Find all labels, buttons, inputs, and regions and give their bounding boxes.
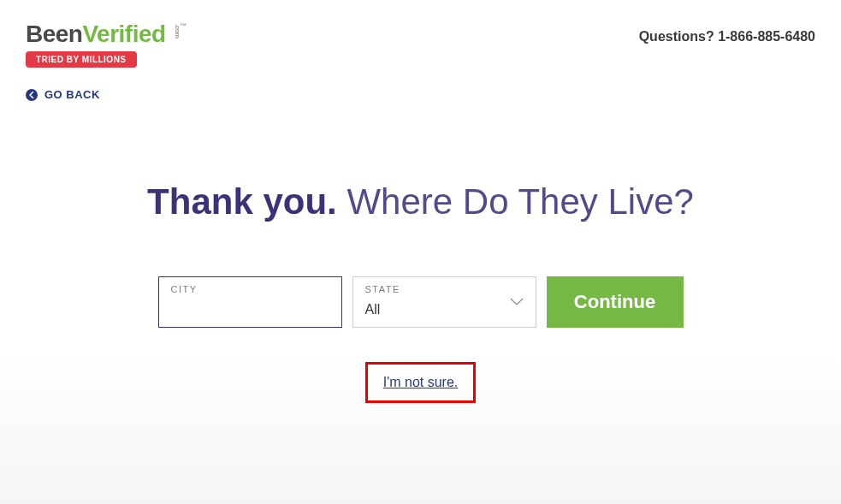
- state-field-wrap: STATE All: [352, 276, 536, 328]
- page-heading: Thank you. Where Do They Live?: [0, 179, 841, 226]
- go-back-label: GO BACK: [44, 88, 100, 101]
- not-sure-link[interactable]: I'm not sure.: [383, 375, 459, 389]
- city-field-wrap: CITY: [158, 276, 342, 328]
- location-form: CITY STATE All Continue: [0, 276, 841, 328]
- state-label: STATE: [365, 284, 400, 294]
- heading-bold: Thank you.: [147, 181, 337, 222]
- heading-rest: Where Do They Live?: [337, 181, 694, 222]
- questions-phone: Questions? 1-866-885-6480: [639, 29, 815, 44]
- logo-word-verified: Verified: [82, 21, 165, 47]
- continue-button[interactable]: Continue: [547, 276, 684, 328]
- logo[interactable]: BeenVerified .com ™: [26, 21, 166, 48]
- not-sure-highlight: I'm not sure.: [365, 362, 477, 403]
- logo-area: BeenVerified .com ™ TRIED BY MILLIONS: [26, 21, 166, 68]
- city-label: CITY: [171, 284, 198, 294]
- logo-word-been: Been: [26, 21, 82, 47]
- go-back-link[interactable]: GO BACK: [0, 68, 100, 101]
- logo-tm: ™: [180, 22, 187, 30]
- tried-by-millions-badge: TRIED BY MILLIONS: [26, 51, 137, 68]
- chevron-left-icon: [26, 89, 38, 101]
